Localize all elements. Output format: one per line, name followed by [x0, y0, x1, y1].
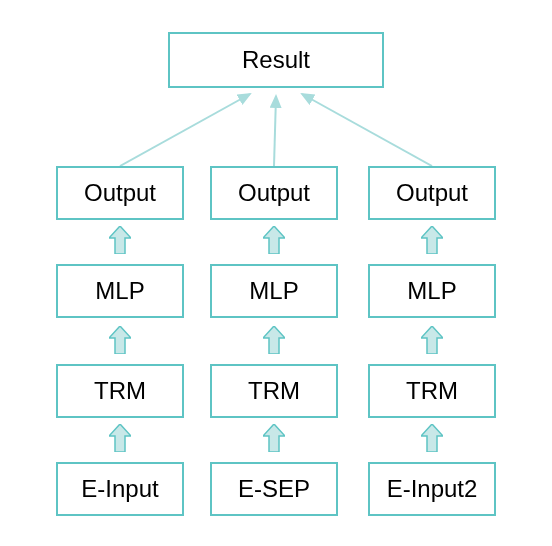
svg-line-2 [302, 94, 432, 166]
trm-node-1: TRM [56, 364, 184, 418]
node-label: Output [84, 179, 156, 207]
result-node: Result [168, 32, 384, 88]
node-label: TRM [94, 377, 146, 405]
node-label: Output [238, 179, 310, 207]
output-node-1: Output [56, 166, 184, 220]
output-node-3: Output [368, 166, 496, 220]
arrow-up-icon [421, 226, 443, 254]
output-node-2: Output [210, 166, 338, 220]
node-label: TRM [406, 377, 458, 405]
node-label: Output [396, 179, 468, 207]
mlp-node-3: MLP [368, 264, 496, 318]
node-label: E-Input [81, 475, 158, 503]
svg-line-0 [120, 94, 250, 166]
node-label: MLP [407, 277, 456, 305]
arrow-up-icon [109, 226, 131, 254]
arrow-up-icon [263, 424, 285, 452]
mlp-node-1: MLP [56, 264, 184, 318]
result-label: Result [242, 46, 310, 74]
arrow-up-icon [421, 424, 443, 452]
arrow-up-icon [421, 326, 443, 354]
input-node-2: E-SEP [210, 462, 338, 516]
arrow-up-icon [263, 326, 285, 354]
trm-node-3: TRM [368, 364, 496, 418]
arrow-up-icon [109, 424, 131, 452]
arrow-up-icon [109, 326, 131, 354]
node-label: E-SEP [238, 475, 310, 503]
arrow-up-icon [263, 226, 285, 254]
trm-node-2: TRM [210, 364, 338, 418]
node-label: MLP [249, 277, 298, 305]
input-node-3: E-Input2 [368, 462, 496, 516]
node-label: MLP [95, 277, 144, 305]
node-label: E-Input2 [387, 475, 478, 503]
mlp-node-2: MLP [210, 264, 338, 318]
node-label: TRM [248, 377, 300, 405]
converge-arrows [0, 88, 552, 166]
input-node-1: E-Input [56, 462, 184, 516]
svg-line-1 [274, 96, 276, 166]
